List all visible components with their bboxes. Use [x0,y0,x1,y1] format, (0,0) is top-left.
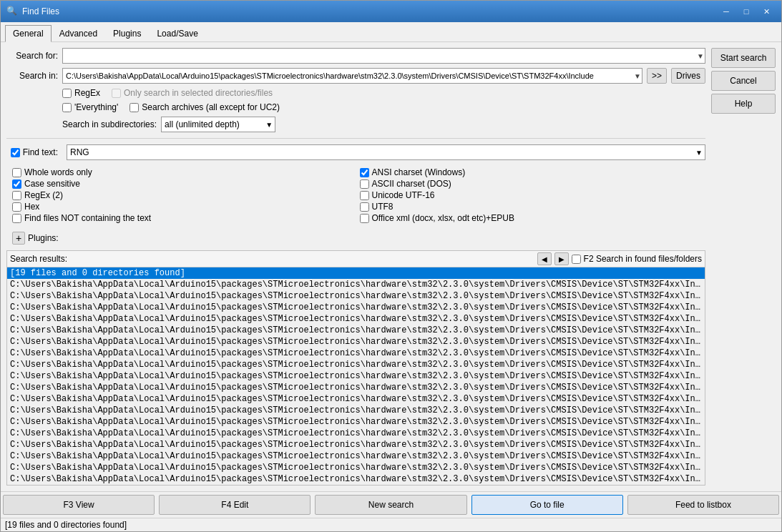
result-item[interactable]: C:\Users\Bakisha\AppData\Local\Arduino15… [7,336,705,348]
result-item[interactable]: C:\Users\Bakisha\AppData\Local\Arduino15… [7,290,705,302]
result-item[interactable]: C:\Users\Bakisha\AppData\Local\Arduino15… [7,302,705,313]
find-text-checkbox-row: Find text: [6,147,58,157]
not-containing-row: Find files NOT containing the text [12,213,353,223]
tab-general[interactable]: General [5,25,52,42]
main-panel: Search for: ▼ Search in: ▼ >> Drives [6,48,705,486]
ascii-row: ASCII charset (DOS) [360,179,700,189]
find-text-label: Find text: [23,147,58,157]
start-search-button[interactable]: Start search [711,48,776,68]
status-text: [19 files and 0 directories found] [5,520,127,530]
result-item[interactable]: C:\Users\Bakisha\AppData\Local\Arduino15… [7,405,705,416]
not-containing-label: Find files NOT containing the text [24,213,151,223]
search-for-label: Search for: [6,51,58,61]
new-search-button[interactable]: New search [315,495,466,515]
result-item[interactable]: C:\Users\Bakisha\AppData\Local\Arduino15… [7,359,705,370]
text-options-right: ANSI charset (Windows) ASCII charset (DO… [360,167,700,223]
results-prev-button[interactable]: ◀ [537,252,552,265]
everything-checkbox[interactable] [62,103,72,112]
not-containing-checkbox[interactable] [12,214,21,223]
plugins-label: Plugins: [28,233,59,243]
result-item[interactable]: [19 files and 0 directories found] [7,267,705,279]
unicode-checkbox[interactable] [360,191,369,200]
find-text-combo: ▼ [67,144,705,160]
result-item[interactable]: C:\Users\Bakisha\AppData\Local\Arduino15… [7,462,705,473]
search-in-input[interactable] [62,68,642,84]
side-buttons-panel: Start search Cancel Help [711,48,776,486]
search-archives-checkbox[interactable] [129,103,139,112]
regex-checkbox[interactable] [62,89,72,98]
subdirs-label: Search in subdirectories: [62,119,157,129]
result-item[interactable]: C:\Users\Bakisha\AppData\Local\Arduino15… [7,279,705,290]
regex2-checkbox[interactable] [12,191,21,200]
search-in-arrow-button[interactable]: >> [647,68,667,84]
case-sensitive-checkbox[interactable] [12,179,21,189]
result-item[interactable]: C:\Users\Bakisha\AppData\Local\Arduino15… [7,416,705,428]
whole-words-checkbox[interactable] [12,168,21,177]
ansi-label: ANSI charset (Windows) [372,167,466,177]
ascii-checkbox[interactable] [360,179,369,189]
plugins-plus-button[interactable]: + [12,232,25,245]
only-selected-checkbox-row: Only search in selected directories/file… [112,88,273,98]
search-results-label: Search results: [10,254,67,264]
go-to-file-button[interactable]: Go to file [471,495,623,515]
maximize-button[interactable]: □ [737,4,756,19]
result-item[interactable]: C:\Users\Bakisha\AppData\Local\Arduino15… [7,348,705,359]
result-item[interactable]: C:\Users\Bakisha\AppData\Local\Arduino15… [7,325,705,336]
f2-search-checkbox[interactable] [572,255,581,264]
app-icon: 🔍 [6,6,18,17]
result-item[interactable]: C:\Users\Bakisha\AppData\Local\Arduino15… [7,450,705,462]
status-bar: [19 files and 0 directories found] [1,518,781,531]
result-item[interactable]: C:\Users\Bakisha\AppData\Local\Arduino15… [7,313,705,325]
only-selected-checkbox[interactable] [112,89,121,98]
result-item[interactable]: C:\Users\Bakisha\AppData\Local\Arduino15… [7,393,705,405]
utf8-checkbox[interactable] [360,202,369,212]
result-item[interactable]: C:\Users\Bakisha\AppData\Local\Arduino15… [7,428,705,439]
bottom-buttons-bar: F3 View F4 Edit New search Go to file Fe… [1,491,781,518]
utf8-label: UTF8 [372,202,394,212]
result-item[interactable]: C:\Users\Bakisha\AppData\Local\Arduino15… [7,382,705,393]
find-text-row: Find text: ▼ [6,144,705,160]
results-section: Search results: ◀ ▶ F2 Search in found f… [6,250,705,486]
title-bar: 🔍 Find Files ─ □ ✕ [1,1,781,22]
subdirs-combo: all (unlimited depth) ▼ [161,117,275,132]
hex-checkbox[interactable] [12,202,21,212]
search-for-input[interactable] [62,48,705,64]
regex-label: RegEx [74,88,100,98]
f2-search-row: F2 Search in found files/folders [572,254,702,264]
close-button[interactable]: ✕ [757,4,776,19]
options-row-2: 'Everything' Search archives (all except… [62,102,705,112]
tab-load-save[interactable]: Load/Save [149,25,205,41]
help-button[interactable]: Help [711,94,776,114]
drives-button[interactable]: Drives [671,68,705,84]
f4-edit-button[interactable]: F4 Edit [159,495,311,515]
find-text-checkbox[interactable] [11,148,20,157]
cancel-button[interactable]: Cancel [711,71,776,91]
minimize-button[interactable]: ─ [717,4,735,19]
window-controls: ─ □ ✕ [717,4,776,19]
text-options-grid: Whole words only Case sensitive RegEx (2… [6,164,705,226]
result-item[interactable]: C:\Users\Bakisha\AppData\Local\Arduino15… [7,370,705,382]
plugins-row: + Plugins: [6,230,705,246]
ansi-checkbox[interactable] [360,168,369,177]
search-in-combo: ▼ [62,68,642,84]
results-list[interactable]: [19 files and 0 directories found]C:\Use… [7,267,705,485]
tab-plugins[interactable]: Plugins [105,25,149,41]
case-sensitive-label: Case sensitive [24,179,80,189]
result-item[interactable]: C:\Users\Bakisha\AppData\Local\Arduino15… [7,473,705,485]
whole-words-label: Whole words only [24,167,92,177]
result-item[interactable]: C:\Users\Bakisha\AppData\Local\Arduino15… [7,439,705,450]
search-in-label: Search in: [6,71,58,81]
find-text-input[interactable] [67,144,705,160]
office-xml-checkbox[interactable] [360,214,369,223]
results-next-button[interactable]: ▶ [554,252,569,265]
everything-checkbox-row: 'Everything' [62,102,118,112]
tab-advanced[interactable]: Advanced [52,25,105,41]
feed-to-listbox-button[interactable]: Feed to listbox [627,495,779,515]
ascii-label: ASCII charset (DOS) [372,179,451,189]
divider-1 [6,138,705,139]
subdirs-select[interactable]: all (unlimited depth) [161,117,275,132]
only-selected-label: Only search in selected directories/file… [124,88,273,98]
main-window: 🔍 Find Files ─ □ ✕ General Advanced Plug… [0,0,782,532]
options-row-1: RegEx Only search in selected directorie… [62,88,705,98]
f3-view-button[interactable]: F3 View [3,495,155,515]
